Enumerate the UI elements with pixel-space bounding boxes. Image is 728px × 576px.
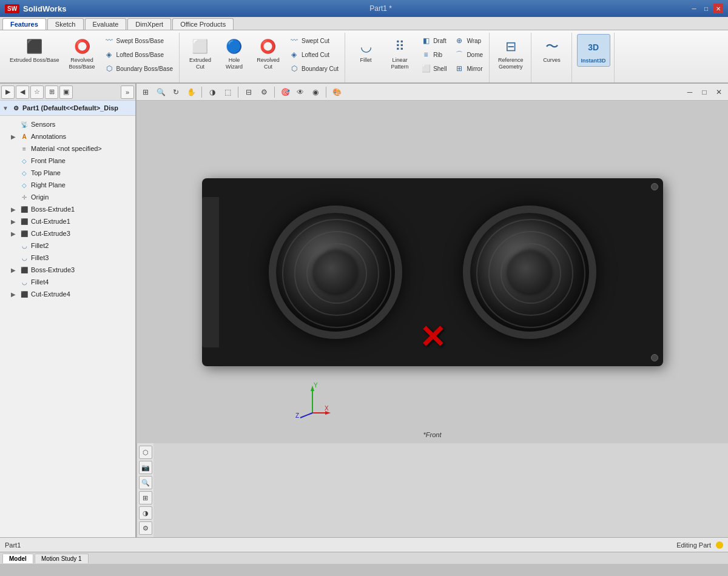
tree-item-fillet3[interactable]: ◡ Fillet3 xyxy=(1,252,134,264)
vp-pan-button[interactable]: ✋ xyxy=(184,85,198,99)
sw-logo: SW xyxy=(5,4,19,13)
tree-item-cut-extrude4[interactable]: ▶ ⬛ Cut-Extrude4 xyxy=(1,288,134,300)
ri-section[interactable]: ⊞ xyxy=(139,491,152,504)
tree-item-annotations[interactable]: ▶ A Annotations xyxy=(1,130,134,142)
vp-display-button[interactable]: ◉ xyxy=(309,85,322,99)
ri-display[interactable]: ◑ xyxy=(139,506,152,520)
viewport-restore-button[interactable]: □ xyxy=(698,85,711,99)
extruded-cut-button[interactable]: ⬜ ExtrudedCut xyxy=(184,34,216,73)
tab-sketch[interactable]: Sketch xyxy=(47,18,84,30)
tree-item-front-plane[interactable]: ◇ Front Plane xyxy=(1,155,134,167)
rib-button[interactable]: ≡ Rib xyxy=(418,48,449,61)
tree-right-plane-icon: ◇ xyxy=(19,180,29,190)
hole-wizard-button[interactable]: 🔵 HoleWizard xyxy=(218,34,250,73)
tree-item-sensors[interactable]: 📡 Sensors xyxy=(1,118,134,130)
svg-text:X: X xyxy=(325,405,329,412)
speaker-cone-left xyxy=(269,206,402,339)
ribbon-group-instant3d: 3D Instant3D xyxy=(573,33,615,82)
revolved-boss-button[interactable]: ⭕ RevolvedBoss/Base xyxy=(66,34,99,73)
swept-cut-button[interactable]: 〰 Swept Cut xyxy=(286,34,341,47)
vp-view-orient-button[interactable]: 🎯 xyxy=(278,85,292,99)
boundary-cut-button[interactable]: ⬡ Boundary Cut xyxy=(286,62,341,75)
vp-appearance-button[interactable]: 🎨 xyxy=(330,85,343,99)
curves-button[interactable]: 〜 Curves xyxy=(536,34,568,66)
tree-annotations-icon: A xyxy=(19,132,29,141)
tree-header-expand[interactable]: ▼ xyxy=(2,105,10,112)
btab-motion-study[interactable]: Motion Study 1 xyxy=(35,554,89,563)
tree-item-boss-extrude1[interactable]: ▶ ⬛ Boss-Extrude1 xyxy=(1,203,134,215)
instant3d-button[interactable]: 3D Instant3D xyxy=(577,34,610,67)
ribbon-group-boss-base: ⬛ Extruded Boss/Base ⭕ RevolvedBoss/Base… xyxy=(2,33,180,82)
panel-btn-5[interactable]: ▣ xyxy=(59,85,73,99)
tree-annotations-label: Annotations xyxy=(31,133,66,140)
viewport-content[interactable]: ✕ Y X Z xyxy=(136,101,728,443)
reference-geometry-button[interactable]: ⊟ ReferenceGeometry xyxy=(494,34,527,73)
tree-boss-extrude3-expand[interactable]: ▶ xyxy=(11,267,18,273)
fillet-button[interactable]: ◡ Fillet xyxy=(350,34,382,66)
tab-office-products[interactable]: Office Products xyxy=(172,18,234,30)
ri-zoom[interactable]: 🔍 xyxy=(139,476,152,489)
close-button[interactable]: ✕ xyxy=(713,4,723,13)
panel-btn-collapse[interactable]: » xyxy=(121,85,134,99)
panel-btn-1[interactable]: ▶ xyxy=(1,85,15,99)
vp-rotate-button[interactable]: ↻ xyxy=(169,85,183,99)
tab-features[interactable]: Features xyxy=(2,18,46,30)
tree-header[interactable]: ▼ ⚙ Part1 (Default<<Default>_Disp xyxy=(0,101,135,116)
tree-item-cut-extrude1[interactable]: ▶ ⬛ Cut-Extrude1 xyxy=(1,215,134,227)
wrap-button[interactable]: ⊕ Wrap xyxy=(451,34,485,47)
restore-button[interactable]: □ xyxy=(701,4,711,13)
tree-boss-extrude1-expand[interactable]: ▶ xyxy=(11,206,18,213)
dome-button[interactable]: ⌒ Dome xyxy=(451,48,485,61)
tree-cut-extrude1-label: Cut-Extrude1 xyxy=(31,218,70,225)
tab-dimxpert[interactable]: DimXpert xyxy=(127,18,171,30)
tree-item-top-plane[interactable]: ◇ Top Plane xyxy=(1,167,134,179)
revolved-boss-icon: ⭕ xyxy=(72,36,92,57)
boundary-cut-label: Boundary Cut xyxy=(302,65,339,72)
tree-cut-extrude3-expand[interactable]: ▶ xyxy=(11,230,18,237)
ri-settings[interactable]: ⚙ xyxy=(139,521,152,535)
extruded-boss-button[interactable]: ⬛ Extruded Boss/Base xyxy=(6,34,63,66)
tree-item-fillet4[interactable]: ◡ Fillet4 xyxy=(1,276,134,288)
btab-model[interactable]: Model xyxy=(2,554,33,563)
tree-annotations-expand[interactable]: ▶ xyxy=(11,133,18,140)
mirror-button[interactable]: ⊞ Mirror xyxy=(451,62,485,75)
vp-hide-show-button[interactable]: 👁 xyxy=(294,85,307,99)
draft-button[interactable]: ◧ Draft xyxy=(418,34,449,47)
vp-section-view-button[interactable]: ⊟ xyxy=(242,85,255,99)
shell-button[interactable]: ⬜ Shell xyxy=(418,62,449,75)
vp-zoom-fit-button[interactable]: ⊞ xyxy=(139,85,152,99)
vp-wireframe-button[interactable]: ⬚ xyxy=(221,85,234,99)
vp-settings-button[interactable]: ⚙ xyxy=(257,85,271,99)
tree-front-plane-label: Front Plane xyxy=(31,157,66,164)
revolved-cut-button[interactable]: ⭕ RevolvedCut xyxy=(252,34,284,73)
panel-btn-4[interactable]: ⊞ xyxy=(45,85,58,99)
vp-zoom-in-button[interactable]: 🔍 xyxy=(154,85,167,99)
panel-btn-3[interactable]: ☆ xyxy=(30,85,44,99)
tree-fillet4-label: Fillet4 xyxy=(31,278,49,286)
linear-pattern-label: LinearPattern xyxy=(391,57,409,70)
tree-item-cut-extrude3[interactable]: ▶ ⬛ Cut-Extrude3 xyxy=(1,227,134,239)
ri-camera[interactable]: 📷 xyxy=(139,461,152,474)
curves-icon: 〜 xyxy=(542,36,562,57)
viewport-close-button[interactable]: ✕ xyxy=(712,85,726,99)
vp-shading-button[interactable]: ◑ xyxy=(206,85,219,99)
tab-evaluate[interactable]: Evaluate xyxy=(85,18,127,30)
swept-boss-button[interactable]: 〰 Swept Boss/Base xyxy=(101,34,175,47)
viewport-minimize-button[interactable]: ─ xyxy=(683,85,696,99)
lofted-boss-button[interactable]: ◈ Lofted Boss/Base xyxy=(101,48,175,61)
panel-btn-2[interactable]: ◀ xyxy=(16,85,29,99)
tree-item-origin[interactable]: ✛ Origin xyxy=(1,191,134,203)
tree-item-right-plane[interactable]: ◇ Right Plane xyxy=(1,179,134,191)
minimize-button[interactable]: ─ xyxy=(689,4,699,13)
boundary-boss-button[interactable]: ⬡ Boundary Boss/Base xyxy=(101,62,175,75)
tree-item-material[interactable]: ≡ Material <not specified> xyxy=(1,142,134,155)
tree-cut-extrude4-expand[interactable]: ▶ xyxy=(11,291,18,298)
tree-item-boss-extrude3[interactable]: ▶ ⬛ Boss-Extrude3 xyxy=(1,264,134,276)
ri-view-cube[interactable]: ⬡ xyxy=(139,446,152,459)
tree-boss-extrude3-icon: ⬛ xyxy=(19,265,29,275)
tree-item-fillet2[interactable]: ◡ Fillet2 xyxy=(1,239,134,252)
linear-pattern-button[interactable]: ⠿ LinearPattern xyxy=(384,34,416,73)
wrap-label: Wrap xyxy=(467,38,481,44)
tree-cut-extrude1-expand[interactable]: ▶ xyxy=(11,218,18,225)
lofted-cut-button[interactable]: ◈ Lofted Cut xyxy=(286,48,341,61)
